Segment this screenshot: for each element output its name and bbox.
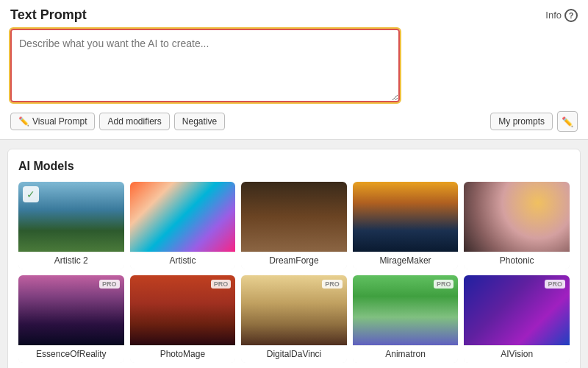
model-name-label: MirageMaker: [353, 252, 459, 269]
model-thumbnail: [353, 182, 459, 252]
pro-badge: PRO: [434, 280, 454, 289]
pro-badge: PRO: [322, 280, 343, 289]
info-label: Info: [545, 10, 562, 21]
model-card-photonic[interactable]: Photonic: [464, 182, 570, 269]
model-card-digitaldavinci[interactable]: PRODigitalDaVinci: [241, 275, 347, 363]
toolbar-right: My prompts ✏️: [490, 111, 578, 132]
model-card-photomage[interactable]: PROPhotoMage: [130, 275, 236, 363]
pencil-icon: ✏️: [18, 116, 29, 127]
top-section: Text Prompt Info ? ✏️ Visual Prompt Add …: [0, 0, 588, 140]
model-name-label: DigitalDaVinci: [241, 345, 347, 363]
model-name-label: Artistic: [130, 252, 236, 269]
model-name-label: Animatron: [353, 345, 459, 363]
model-card-miragemaker[interactable]: MirageMaker: [353, 182, 459, 269]
model-card-dreamforge[interactable]: DreamForge: [241, 182, 347, 269]
models-title: AI Models: [18, 160, 570, 173]
model-card-artistic[interactable]: Artistic: [130, 182, 236, 269]
my-prompts-button[interactable]: My prompts: [490, 113, 553, 130]
page-title: Text Prompt: [10, 7, 87, 23]
prompt-textarea[interactable]: [10, 29, 400, 102]
toolbar: ✏️ Visual Prompt Add modifiers Negative …: [10, 111, 578, 132]
pro-badge: PRO: [545, 280, 565, 289]
model-card-artistic-2[interactable]: ✓Artistic 2: [18, 182, 124, 269]
model-name-label: DreamForge: [241, 252, 347, 269]
pro-badge: PRO: [99, 280, 120, 289]
model-card-aivision[interactable]: PROAIVision: [464, 275, 570, 363]
model-thumbnail: [130, 182, 236, 252]
model-name-label: Photonic: [464, 252, 570, 269]
model-name-label: PhotoMage: [130, 345, 236, 363]
top-header: Text Prompt Info ?: [10, 7, 578, 23]
model-name-label: Artistic 2: [18, 252, 124, 269]
model-card-animatron[interactable]: PROAnimatron: [353, 275, 459, 363]
model-thumbnail: [464, 182, 570, 252]
edit-button[interactable]: ✏️: [557, 111, 578, 132]
negative-button[interactable]: Negative: [174, 113, 225, 130]
add-modifiers-button[interactable]: Add modifiers: [99, 113, 169, 130]
visual-prompt-button[interactable]: ✏️ Visual Prompt: [10, 113, 95, 130]
model-thumbnail: [241, 182, 347, 252]
models-grid: ✓Artistic 2ArtisticDreamForgeMirageMaker…: [18, 182, 570, 363]
model-name-label: EssenceOfReality: [18, 345, 124, 363]
models-section: AI Models ✓Artistic 2ArtisticDreamForgeM…: [7, 149, 581, 368]
edit-icon: ✏️: [562, 116, 573, 127]
model-name-label: AIVision: [464, 345, 570, 363]
pro-badge: PRO: [211, 280, 232, 289]
info-button[interactable]: Info ?: [545, 9, 578, 22]
info-icon: ?: [564, 9, 578, 22]
toolbar-left: ✏️ Visual Prompt Add modifiers Negative: [10, 113, 225, 130]
selected-check-icon: ✓: [23, 186, 39, 202]
model-card-essenceofreality[interactable]: PROEssenceOfReality: [18, 275, 124, 363]
